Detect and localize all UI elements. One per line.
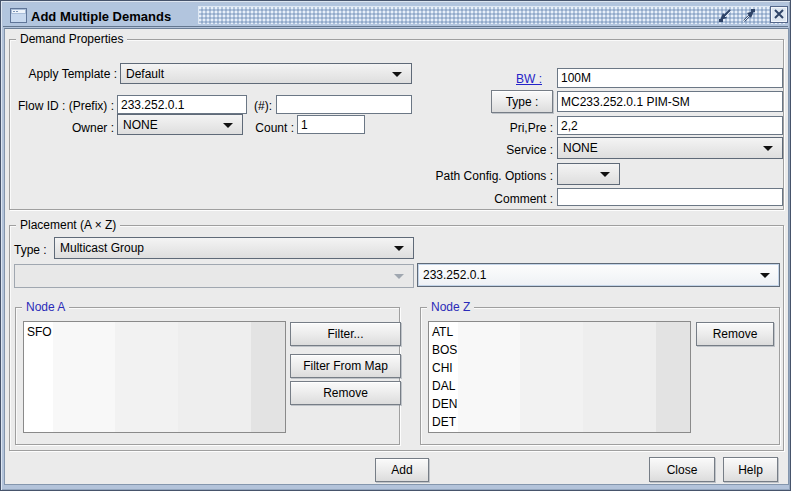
path-config-options-label: Path Config. Options : (417, 169, 553, 183)
node-a-list[interactable]: SFO (23, 321, 286, 433)
flow-prefix-field[interactable] (117, 95, 247, 114)
flow-number-field[interactable] (276, 95, 412, 114)
apply-template-label: Apply Template : (10, 67, 117, 81)
chevron-down-icon (394, 246, 404, 251)
placement-type-value: Multicast Group (60, 241, 144, 255)
flow-id-label: Flow ID : (Prefix) : (10, 99, 114, 113)
count-label: Count : (250, 121, 294, 135)
node-z-list[interactable]: ATLBOSCHIDALDENDET (428, 321, 691, 433)
help-button[interactable]: Help (723, 457, 778, 482)
flow-number-label: (#): (250, 99, 272, 113)
filter-from-map-button-label: Filter From Map (303, 359, 388, 373)
type-button-label: Type : (506, 95, 539, 109)
owner-combobox[interactable]: NONE (117, 114, 243, 135)
chevron-down-icon (763, 146, 773, 151)
node-a-remove-button-label: Remove (323, 386, 368, 400)
multicast-group-value: 233.252.0.1 (423, 268, 486, 282)
type-field[interactable] (557, 91, 783, 112)
filter-button[interactable]: Filter... (290, 322, 401, 346)
count-field[interactable] (297, 115, 365, 134)
maximize-arrow-icon (741, 8, 757, 23)
placement-type-label: Type : (14, 243, 54, 257)
window-icon (10, 8, 27, 26)
demand-properties-group-title: Demand Properties (16, 32, 127, 47)
minimize-arrow-icon (717, 8, 733, 23)
owner-label: Owner : (10, 121, 114, 135)
chevron-down-icon (223, 123, 233, 128)
list-item[interactable]: ATL (429, 323, 690, 341)
placement-type-combobox[interactable]: Multicast Group (54, 237, 414, 259)
titlebar-texture (198, 6, 786, 24)
chevron-down-icon (600, 172, 610, 177)
pri-pre-label: Pri,Pre : (442, 121, 553, 135)
node-z-group-title: Node Z (427, 300, 474, 315)
add-multiple-demands-dialog: Add Multiple Demands (0, 0, 791, 491)
node-a-remove-button[interactable]: Remove (290, 381, 401, 405)
close-button[interactable] (769, 5, 788, 23)
placement-group: Placement (A × Z) Type : Multicast Group… (9, 225, 784, 451)
apply-template-value: Default (126, 67, 164, 81)
node-z-remove-button-label: Remove (713, 327, 758, 341)
path-config-options-combobox[interactable] (557, 163, 620, 185)
minimize-button[interactable] (715, 6, 735, 24)
bw-field[interactable] (557, 68, 783, 88)
service-combobox[interactable]: NONE (557, 137, 783, 159)
filter-from-map-button[interactable]: Filter From Map (290, 354, 401, 378)
pri-pre-field[interactable] (557, 116, 783, 135)
list-item[interactable]: DET (429, 413, 690, 431)
node-a-group-title: Node A (22, 300, 69, 315)
list-item[interactable]: DEN (429, 395, 690, 413)
close-x-icon (770, 6, 788, 23)
service-value: NONE (563, 141, 598, 155)
owner-value: NONE (123, 118, 158, 132)
list-item[interactable]: CHI (429, 359, 690, 377)
chevron-down-icon (392, 72, 402, 77)
close-action-button[interactable]: Close (649, 457, 715, 482)
node-z-group: Node Z ATLBOSCHIDALDENDET Remove (420, 307, 780, 445)
node-z-remove-button[interactable]: Remove (696, 322, 774, 346)
help-button-label: Help (738, 463, 763, 477)
comment-field[interactable] (557, 188, 783, 206)
type-button[interactable]: Type : (491, 90, 553, 113)
filter-button-label: Filter... (327, 327, 363, 341)
maximize-button[interactable] (739, 6, 759, 24)
demand-properties-group: Demand Properties Apply Template : Defau… (9, 39, 784, 210)
bw-label[interactable]: BW : (442, 72, 542, 86)
add-button-label: Add (391, 463, 412, 477)
service-label: Service : (442, 143, 553, 157)
placement-group-title: Placement (A × Z) (16, 218, 120, 233)
multicast-group-combobox[interactable]: 233.252.0.1 (417, 263, 780, 287)
add-button[interactable]: Add (375, 458, 429, 482)
list-item[interactable]: BOS (429, 341, 690, 359)
apply-template-combobox[interactable]: Default (120, 63, 412, 84)
chevron-down-icon (760, 273, 770, 278)
chevron-down-icon (394, 274, 404, 279)
list-item[interactable]: SFO (24, 323, 285, 341)
comment-label: Comment : (442, 192, 553, 206)
list-item[interactable]: DAL (429, 377, 690, 395)
window-title: Add Multiple Demands (31, 9, 171, 24)
title-bar[interactable]: Add Multiple Demands (3, 3, 788, 27)
close-action-button-label: Close (667, 463, 698, 477)
node-a-group: Node A SFO Filter... Filter From Map Rem… (15, 307, 400, 445)
secondary-combobox-disabled (14, 264, 414, 288)
